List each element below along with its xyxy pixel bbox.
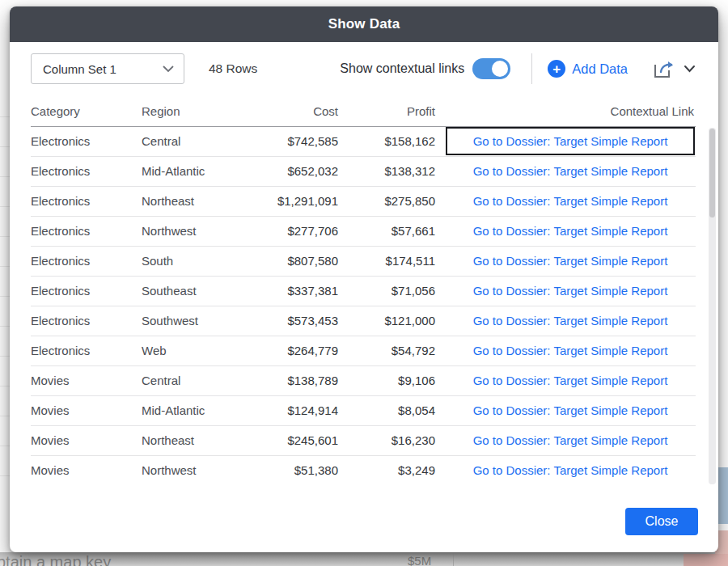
show-contextual-links-toggle[interactable]: [472, 58, 510, 79]
contextual-link[interactable]: Go to Dossier: Target Simple Report: [473, 344, 668, 357]
contextual-link[interactable]: Go to Dossier: Target Simple Report: [473, 433, 668, 447]
background-axis-label: $5M: [408, 554, 431, 566]
category-cell: Movies: [31, 365, 142, 395]
cost-cell: $138,789: [267, 365, 348, 395]
profit-cell: $16,230: [348, 425, 445, 455]
cost-cell: $742,585: [267, 126, 348, 156]
cost-cell: $337,381: [267, 276, 348, 306]
region-cell: Northwest: [142, 216, 267, 246]
cost-cell: $245,601: [267, 425, 348, 455]
category-cell: Electronics: [31, 156, 142, 186]
contextual-link-cell[interactable]: Go to Dossier: Target Simple Report: [445, 156, 696, 186]
category-cell: Electronics: [31, 246, 142, 276]
cost-cell: $264,779: [267, 336, 348, 365]
contextual-link[interactable]: Go to Dossier: Target Simple Report: [473, 284, 668, 298]
region-cell: Mid-Atlantic: [142, 156, 267, 186]
contextual-link-cell[interactable]: Go to Dossier: Target Simple Report: [445, 455, 696, 484]
table-row: Electronics South $807,580 $174,511 Go t…: [31, 246, 696, 276]
contextual-link-cell[interactable]: Go to Dossier: Target Simple Report: [445, 395, 696, 425]
region-cell: Northeast: [142, 425, 267, 455]
region-cell: Northwest: [142, 455, 267, 484]
region-cell: Southwest: [142, 306, 267, 336]
export-button[interactable]: [652, 57, 696, 80]
profit-cell: $57,661: [348, 216, 445, 246]
contextual-link[interactable]: Go to Dossier: Target Simple Report: [473, 134, 668, 148]
contextual-link-cell[interactable]: Go to Dossier: Target Simple Report: [445, 306, 696, 336]
toggle-knob: [492, 61, 508, 77]
contextual-link-cell[interactable]: Go to Dossier: Target Simple Report: [445, 186, 696, 216]
contextual-link-cell[interactable]: Go to Dossier: Target Simple Report: [445, 336, 696, 365]
contextual-link[interactable]: Go to Dossier: Target Simple Report: [473, 463, 668, 477]
contextual-link[interactable]: Go to Dossier: Target Simple Report: [473, 254, 668, 268]
cost-cell: $652,032: [267, 156, 348, 186]
contextual-link-cell[interactable]: Go to Dossier: Target Simple Report: [445, 216, 696, 246]
modal-title: Show Data: [328, 16, 400, 32]
contextual-link[interactable]: Go to Dossier: Target Simple Report: [473, 374, 668, 387]
region-cell: Central: [142, 365, 267, 395]
contextual-link[interactable]: Go to Dossier: Target Simple Report: [473, 224, 668, 238]
profit-cell: $174,511: [348, 246, 445, 276]
category-cell: Electronics: [31, 216, 142, 246]
profit-cell: $8,054: [348, 395, 445, 425]
profit-cell: $9,106: [348, 365, 445, 395]
contextual-link-cell[interactable]: Go to Dossier: Target Simple Report: [445, 276, 696, 306]
category-cell: Electronics: [31, 186, 142, 216]
contextual-link[interactable]: Go to Dossier: Target Simple Report: [473, 314, 668, 327]
table-row: Electronics Northeast $1,291,091 $275,85…: [31, 186, 696, 216]
show-data-modal: Show Data Column Set 1 48 Rows Show cont…: [10, 6, 718, 552]
table-row: Electronics Mid-Atlantic $652,032 $138,3…: [31, 156, 696, 186]
contextual-link-cell[interactable]: Go to Dossier: Target Simple Report: [445, 365, 696, 395]
region-cell: Northeast: [142, 186, 267, 216]
row-count-label: 48 Rows: [209, 52, 257, 86]
column-set-select[interactable]: Column Set 1: [31, 53, 184, 84]
column-header-cost: Cost: [267, 97, 348, 126]
contextual-link-cell[interactable]: Go to Dossier: Target Simple Report: [445, 126, 696, 156]
plus-circle-icon: +: [548, 60, 565, 78]
cost-cell: $51,380: [267, 455, 348, 484]
toolbar: Column Set 1 48 Rows Show contextual lin…: [31, 52, 697, 89]
region-cell: Southeast: [142, 276, 267, 306]
cost-cell: $807,580: [267, 246, 348, 276]
toolbar-right-group: Show contextual links + Add Data: [340, 52, 696, 86]
data-table: Category Region Cost Profit Contextual L…: [31, 97, 696, 484]
region-cell: Web: [142, 336, 267, 365]
contextual-link[interactable]: Go to Dossier: Target Simple Report: [473, 164, 668, 178]
column-header-profit: Profit: [348, 97, 445, 126]
region-cell: Mid-Atlantic: [142, 395, 267, 425]
contextual-link[interactable]: Go to Dossier: Target Simple Report: [473, 403, 668, 417]
background-map-key-text: btain a map key: [0, 553, 111, 566]
category-cell: Movies: [31, 425, 142, 455]
table-row: Electronics Web $264,779 $54,792 Go to D…: [31, 336, 696, 365]
close-button[interactable]: Close: [625, 508, 698, 535]
add-data-button[interactable]: + Add Data: [548, 60, 628, 78]
cost-cell: $1,291,091: [267, 186, 348, 216]
category-cell: Electronics: [31, 306, 142, 336]
profit-cell: $3,249: [348, 455, 445, 484]
region-cell: South: [142, 246, 267, 276]
table-row: Movies Central $138,789 $9,106 Go to Dos…: [31, 365, 696, 395]
contextual-link-cell[interactable]: Go to Dossier: Target Simple Report: [445, 246, 696, 276]
chevron-down-icon: [684, 65, 696, 73]
table-header-row: Category Region Cost Profit Contextual L…: [31, 97, 696, 126]
page-background: btain a map key $5M Show Data Column Set…: [0, 0, 728, 566]
category-cell: Movies: [31, 455, 142, 484]
column-header-category: Category: [31, 97, 142, 126]
background-axis-tick: [453, 553, 454, 566]
background-chart-pink-corner: [684, 554, 728, 566]
profit-cell: $121,000: [348, 306, 445, 336]
contextual-link-cell[interactable]: Go to Dossier: Target Simple Report: [445, 425, 696, 455]
table-row: Electronics Central $742,585 $158,162 Go…: [31, 126, 696, 156]
toolbar-divider: [531, 53, 532, 84]
table-row: Movies Northeast $245,601 $16,230 Go to …: [31, 425, 696, 455]
modal-header: Show Data: [10, 6, 718, 42]
contextual-link[interactable]: Go to Dossier: Target Simple Report: [473, 194, 668, 208]
category-cell: Electronics: [31, 126, 142, 156]
column-header-region: Region: [142, 97, 267, 126]
column-set-selected-value: Column Set 1: [43, 62, 163, 76]
cost-cell: $277,706: [267, 216, 348, 246]
category-cell: Movies: [31, 395, 142, 425]
table-scrollbar[interactable]: [709, 128, 716, 484]
scrollbar-thumb[interactable]: [709, 129, 715, 218]
column-header-contextual-link: Contextual Link: [445, 97, 696, 126]
category-cell: Electronics: [31, 276, 142, 306]
